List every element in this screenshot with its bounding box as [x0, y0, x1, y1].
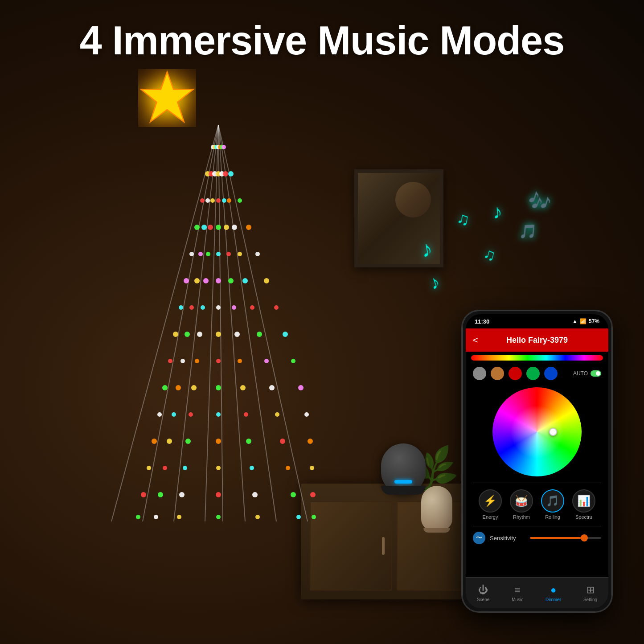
- swatch-blue[interactable]: [544, 367, 558, 380]
- svg-point-109: [308, 439, 313, 444]
- svg-point-34: [167, 439, 172, 444]
- separator-1: [473, 483, 601, 483]
- svg-point-78: [244, 412, 248, 417]
- christmas-tree: [103, 120, 334, 530]
- phone-mockup: 11:30 ▲ 📶 57% < Hello Fairy-3979: [461, 310, 613, 613]
- svg-point-33: [172, 412, 176, 417]
- color-wheel[interactable]: [492, 387, 582, 476]
- signal-icon: 📶: [580, 318, 587, 324]
- color-wheel-handle[interactable]: [549, 428, 557, 436]
- svg-point-63: [216, 412, 221, 417]
- sensitivity-row: 〜 Sensitivity: [466, 528, 608, 548]
- svg-point-64: [216, 439, 221, 444]
- energy-icon-circle[interactable]: ⚡: [479, 489, 502, 513]
- spectru-icon-circle[interactable]: 📊: [572, 489, 595, 513]
- swatch-green[interactable]: [526, 367, 540, 380]
- mode-rolling[interactable]: 🎵 Rolling: [541, 489, 564, 520]
- svg-point-86: [232, 225, 237, 230]
- battery-text: 57%: [589, 318, 599, 324]
- svg-point-88: [242, 278, 248, 283]
- nav-setting[interactable]: ⊞ Setting: [583, 584, 597, 602]
- mode-energy[interactable]: ⚡ Energy: [479, 489, 502, 520]
- svg-point-35: [163, 466, 167, 470]
- svg-point-84: [223, 171, 228, 176]
- sensitivity-icon: 〜: [473, 532, 485, 544]
- spectru-icon: 📊: [577, 495, 591, 507]
- auto-label: AUTO: [573, 370, 588, 377]
- separator-2: [473, 526, 601, 526]
- mode-spectru[interactable]: 📊 Spectru: [572, 489, 595, 520]
- rolling-icon: 🎵: [546, 495, 559, 507]
- svg-point-29: [189, 305, 194, 310]
- svg-point-72: [226, 252, 231, 256]
- svg-point-75: [234, 332, 240, 337]
- color-swatches: AUTO: [466, 364, 608, 383]
- nav-dimmer[interactable]: ● Dimmer: [546, 584, 561, 602]
- sensitivity-thumb[interactable]: [581, 534, 588, 541]
- svg-point-44: [201, 305, 205, 310]
- svg-point-80: [250, 466, 254, 470]
- rhythm-label: Rhythm: [513, 514, 530, 520]
- phone-notch: [515, 314, 559, 323]
- app-title: Hello Fairy-3979: [506, 336, 568, 345]
- svg-point-60: [216, 332, 221, 337]
- page-title: 4 Immersive Music Modes: [0, 18, 644, 64]
- status-time: 11:30: [475, 318, 489, 325]
- svg-point-41: [208, 225, 213, 230]
- rhythm-icon-circle[interactable]: 🥁: [510, 489, 533, 513]
- svg-point-15: [173, 332, 178, 337]
- scene-icon: ⏻: [478, 584, 488, 596]
- svg-point-67: [216, 515, 221, 519]
- svg-point-45: [197, 332, 202, 337]
- nav-music[interactable]: ≡ Music: [512, 584, 523, 602]
- svg-point-37: [154, 515, 158, 519]
- svg-point-101: [246, 225, 251, 230]
- svg-point-36: [158, 492, 163, 497]
- swatch-gray[interactable]: [473, 367, 486, 380]
- svg-point-27: [198, 252, 203, 256]
- swatch-red[interactable]: [509, 367, 522, 380]
- wifi-icon: ▲: [572, 318, 578, 324]
- svg-point-71: [224, 225, 229, 230]
- svg-point-56: [216, 225, 221, 230]
- svg-point-82: [255, 515, 260, 519]
- svg-point-77: [240, 385, 246, 390]
- rolling-icon-circle[interactable]: 🎵: [541, 489, 564, 513]
- phone-frame: 11:30 ▲ 📶 57% < Hello Fairy-3979: [461, 310, 613, 613]
- scene-label: Scene: [477, 597, 489, 602]
- svg-point-30: [185, 332, 190, 337]
- back-button[interactable]: <: [473, 335, 478, 345]
- svg-point-90: [257, 332, 262, 337]
- svg-point-20: [147, 466, 151, 470]
- svg-point-58: [216, 278, 221, 283]
- music-label: Music: [512, 597, 523, 602]
- sensitivity-slider[interactable]: [530, 537, 601, 539]
- svg-point-79: [246, 439, 251, 444]
- svg-point-28: [194, 278, 200, 283]
- svg-point-26: [201, 225, 207, 230]
- auto-toggle[interactable]: [591, 370, 601, 377]
- svg-marker-113: [141, 72, 193, 122]
- svg-point-74: [232, 305, 236, 310]
- svg-point-47: [191, 385, 197, 390]
- svg-point-10: [200, 198, 205, 203]
- color-gradient-bar[interactable]: [471, 355, 603, 361]
- svg-point-19: [152, 439, 157, 444]
- svg-point-40: [210, 198, 215, 203]
- svg-point-51: [179, 492, 185, 497]
- svg-line-0: [111, 125, 218, 521]
- svg-point-17: [162, 385, 168, 390]
- nav-scene[interactable]: ⏻ Scene: [477, 584, 489, 602]
- svg-point-81: [252, 492, 258, 497]
- svg-point-21: [141, 492, 146, 497]
- app-header: < Hello Fairy-3979: [466, 328, 608, 352]
- svg-point-11: [194, 225, 200, 230]
- swatch-brown[interactable]: [491, 367, 504, 380]
- svg-point-76: [238, 359, 242, 363]
- svg-point-89: [250, 305, 254, 310]
- sensitivity-label: Sensitivity: [490, 535, 525, 541]
- phone-screen: 11:30 ▲ 📶 57% < Hello Fairy-3979: [466, 314, 608, 608]
- svg-point-93: [275, 412, 279, 417]
- smart-speaker: [377, 443, 430, 501]
- mode-rhythm[interactable]: 🥁 Rhythm: [510, 489, 533, 520]
